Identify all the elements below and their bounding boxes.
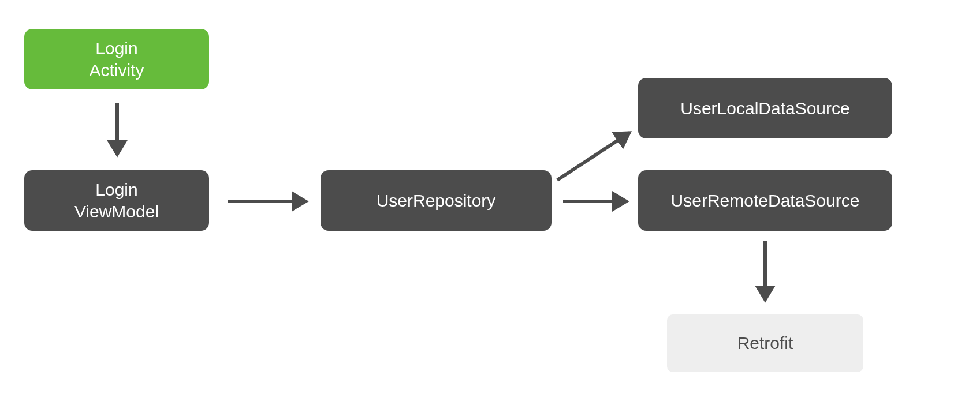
node-user-repository: UserRepository	[321, 170, 552, 231]
node-user-remote-datasource: UserRemoteDataSource	[638, 170, 892, 231]
node-retrofit: Retrofit	[667, 314, 863, 372]
architecture-diagram: Login Activity Login ViewModel UserRepos…	[0, 0, 980, 420]
node-login-viewmodel: Login ViewModel	[24, 170, 209, 231]
arrow-user-repository-to-local	[557, 133, 629, 180]
node-login-activity: Login Activity	[24, 29, 209, 89]
node-user-local-datasource: UserLocalDataSource	[638, 78, 892, 138]
